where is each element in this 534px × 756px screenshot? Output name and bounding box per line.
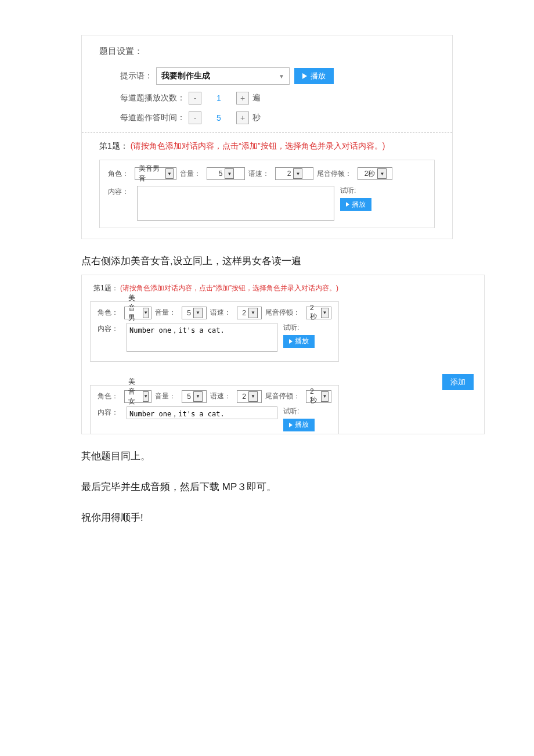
content-label: 内容： [108, 186, 129, 197]
content-label: 内容： [98, 323, 118, 334]
body-text-2: 其他题目同上。 [81, 448, 476, 465]
answer-time-value: 5 [201, 111, 236, 124]
speed-value: 2 [287, 170, 291, 178]
content-row: 内容： 试听: 播放 [98, 323, 331, 352]
plus-button[interactable]: + [236, 92, 249, 105]
add-button[interactable]: 添加 [442, 374, 474, 390]
question-header-2: 第1题： (请按角色添加对话内容，点击“添加”按钮，选择角色并录入对话内容。) [82, 275, 484, 294]
body-text-3: 最后完毕并生成音频，然后下载 MP３即可。 [81, 479, 476, 496]
answer-time-row: 每道题作答时间： - 5 + 秒 [99, 111, 435, 124]
params-row: 角色： 美音男音 ▼ 音量： 5 ▼ 语速： 2 ▼ 尾音停顿： 2秒 [108, 167, 426, 180]
content-textarea[interactable] [127, 406, 277, 419]
speed-label: 语速： [210, 308, 231, 318]
play-label: 播放 [295, 336, 309, 346]
chevron-down-icon: ▼ [248, 391, 258, 402]
plus-button[interactable]: + [236, 111, 249, 124]
tail-value: 2秒 [310, 304, 319, 322]
play-icon [289, 339, 293, 344]
chevron-down-icon: ▼ [321, 308, 329, 318]
tail-label: 尾音停顿： [265, 308, 300, 318]
tail-select[interactable]: 2秒 ▼ [358, 167, 392, 180]
speed-select[interactable]: 2 ▼ [237, 307, 262, 319]
test-label: 试听: [283, 406, 299, 416]
play-count-value: 1 [201, 92, 236, 105]
prompt-play-button[interactable]: 播放 [294, 68, 334, 84]
params-row: 角色： 美音男音 ▼ 音量： 5 ▼ 语速： 2 ▼ 尾音停顿： 2秒 [98, 307, 331, 319]
question-prefix: 第1题： [99, 141, 128, 150]
tail-value: 2秒 [310, 387, 319, 405]
chevron-down-icon: ▼ [143, 391, 149, 402]
content-textarea[interactable] [137, 186, 334, 221]
minus-button[interactable]: - [189, 92, 201, 105]
volume-select[interactable]: 5 ▼ [207, 167, 245, 180]
play-icon [346, 202, 349, 207]
content-textarea[interactable] [127, 323, 277, 352]
role-select[interactable]: 美音男音 ▼ [135, 167, 176, 180]
volume-label: 音量： [155, 391, 176, 401]
play-count-row: 每道题播放次数： - 1 + 遍 [99, 92, 435, 105]
speed-value: 2 [242, 393, 246, 401]
test-label: 试听: [283, 323, 299, 333]
tail-select[interactable]: 2秒 ▼ [306, 390, 331, 403]
content-row: 内容： 试听: 播放 [108, 186, 426, 221]
prompt-dropdown[interactable]: 我要制作生成 ▼ [156, 67, 290, 85]
body-text-1: 点右侧添加美音女音,设立同上，这样男女各读一遍 [81, 253, 476, 270]
role-select[interactable]: 美音男音 ▼ [124, 307, 151, 319]
chevron-down-icon: ▼ [279, 73, 284, 80]
volume-value: 5 [219, 170, 223, 178]
prompt-label: 提示语： [120, 71, 153, 81]
prompt-value: 我要制作生成 [161, 71, 210, 81]
minus-button[interactable]: - [189, 111, 201, 124]
play-label: 播放 [311, 71, 326, 81]
volume-label: 音量： [180, 169, 201, 179]
play-label: 播放 [352, 200, 366, 210]
chevron-down-icon: ▼ [377, 168, 387, 179]
speed-select[interactable]: 2 ▼ [275, 167, 313, 180]
play-count-label: 每道题播放次数： [120, 93, 185, 103]
play-label: 播放 [295, 420, 309, 430]
play-icon [302, 73, 307, 79]
settings-title: 题目设置： [99, 46, 435, 57]
separator [82, 132, 452, 133]
tail-value: 2秒 [365, 169, 376, 179]
answer-time-label: 每道题作答时间： [120, 113, 185, 123]
role-label: 角色： [98, 391, 118, 401]
question-hint: (请按角色添加对话内容，点击“添加”按钮，选择角色并录入对话内容。) [131, 141, 385, 150]
prompt-row: 提示语： 我要制作生成 ▼ 播放 [99, 67, 435, 85]
speed-label: 语速： [210, 391, 231, 401]
dialog-block-female: 角色： 美音女音 ▼ 音量： 5 ▼ 语速： 2 ▼ 尾音停顿： 2秒 [90, 385, 339, 434]
chevron-down-icon: ▼ [321, 391, 329, 402]
question-header: 第1题： (请按角色添加对话内容，点击“添加”按钮，选择角色并录入对话内容。) [99, 141, 435, 152]
body-text-4: 祝你用得顺手! [81, 510, 476, 527]
speed-select[interactable]: 2 ▼ [237, 390, 262, 403]
tail-label: 尾音停顿： [317, 169, 352, 179]
settings-panel: 题目设置： 提示语： 我要制作生成 ▼ 播放 每道题播放次数： - 1 + 遍 … [81, 35, 453, 239]
test-play-button[interactable]: 播放 [340, 198, 371, 211]
volume-select[interactable]: 5 ▼ [182, 307, 207, 319]
volume-value: 5 [187, 393, 191, 401]
chevron-down-icon: ▼ [165, 168, 174, 179]
test-label: 试听: [340, 186, 356, 196]
test-listen: 试听: 播放 [283, 406, 315, 431]
role-value: 美音男音 [139, 164, 163, 183]
play-count-stepper[interactable]: - 1 + [189, 92, 249, 105]
speed-label: 语速： [248, 169, 269, 179]
volume-select[interactable]: 5 ▼ [182, 390, 207, 403]
test-play-button[interactable]: 播放 [283, 335, 315, 348]
test-play-button[interactable]: 播放 [283, 419, 315, 431]
content-label: 内容： [98, 406, 118, 417]
content-row: 内容： 试听: 播放 [98, 406, 331, 431]
volume-label: 音量： [155, 308, 176, 318]
chevron-down-icon: ▼ [225, 168, 234, 179]
chevron-down-icon: ▼ [248, 308, 258, 318]
role-label: 角色： [98, 308, 118, 318]
volume-value: 5 [187, 309, 191, 317]
params-row: 角色： 美音女音 ▼ 音量： 5 ▼ 语速： 2 ▼ 尾音停顿： 2秒 [98, 390, 331, 403]
chevron-down-icon: ▼ [293, 168, 302, 179]
role-select[interactable]: 美音女音 ▼ [124, 390, 151, 403]
tail-select[interactable]: 2秒 ▼ [306, 307, 331, 319]
question-prefix: 第1题： [93, 284, 118, 292]
answer-time-stepper[interactable]: - 5 + [189, 111, 249, 124]
role-label: 角色： [108, 169, 129, 179]
chevron-down-icon: ▼ [143, 308, 149, 318]
